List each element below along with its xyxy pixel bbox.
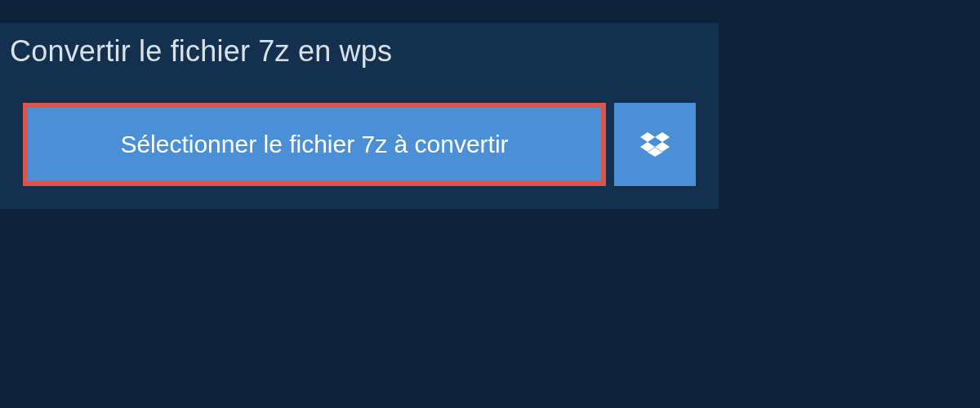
title-container: Convertir le fichier 7z en wps — [0, 23, 415, 83]
select-file-button[interactable]: Sélectionner le fichier 7z à convertir — [23, 103, 606, 186]
dropbox-button[interactable] — [614, 103, 696, 186]
page-title: Convertir le fichier 7z en wps — [10, 34, 392, 69]
dropbox-icon — [640, 130, 670, 159]
button-row: Sélectionner le fichier 7z à convertir — [0, 83, 719, 209]
converter-panel: Convertir le fichier 7z en wps Sélection… — [0, 23, 719, 209]
